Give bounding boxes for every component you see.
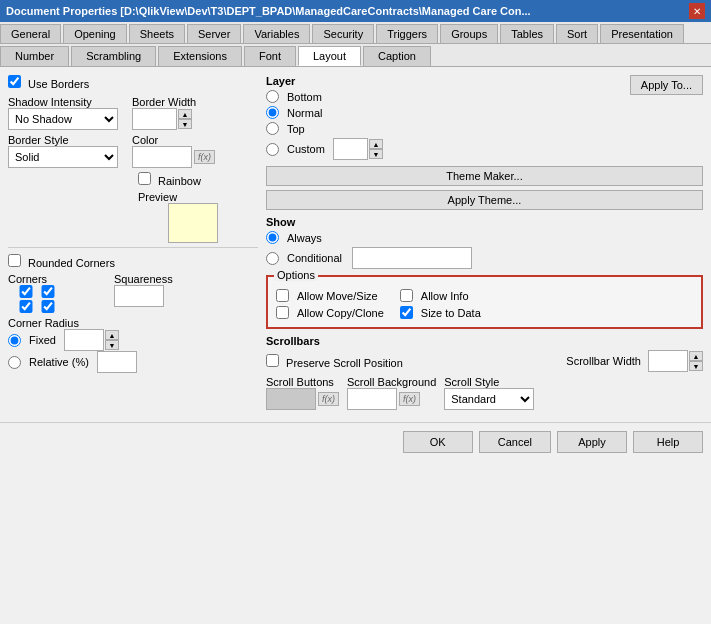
size-to-data-checkbox[interactable] [400, 306, 413, 319]
tab-scrambling[interactable]: Scrambling [71, 46, 156, 66]
corner-tl[interactable] [18, 285, 34, 298]
border-style-label: Border Style [8, 134, 118, 146]
scroll-style-select[interactable]: Standard Classic Modern [444, 388, 534, 410]
tab-triggers[interactable]: Triggers [376, 24, 438, 43]
layer-custom-down[interactable]: ▼ [369, 149, 383, 159]
rainbow-label[interactable]: Rainbow [138, 175, 201, 187]
use-borders-label[interactable]: Use Borders [8, 78, 89, 90]
tab-variables[interactable]: Variables [243, 24, 310, 43]
scroll-buttons-group: Scroll Buttons f(x) [266, 376, 339, 410]
border-style-color-row: Border Style Solid Dashed Dotted Color f… [8, 134, 258, 168]
tab-font[interactable]: Font [244, 46, 296, 66]
border-width-spinner: ▲ ▼ [178, 109, 192, 129]
tab-server[interactable]: Server [187, 24, 241, 43]
allow-move-size-label[interactable]: Allow Move/Size [276, 289, 384, 302]
options-right: Allow Info Size to Data [400, 289, 481, 319]
corner-radius-section: Corner Radius Fixed 5 pt ▲ ▼ Relative (%… [8, 317, 258, 373]
scrollbar-width-down[interactable]: ▼ [689, 361, 703, 371]
tab-layout[interactable]: Layout [298, 46, 361, 66]
fixed-up[interactable]: ▲ [105, 330, 119, 340]
cancel-button[interactable]: Cancel [479, 431, 551, 453]
tab-presentation[interactable]: Presentation [600, 24, 684, 43]
tab-security[interactable]: Security [312, 24, 374, 43]
layer-custom-radio[interactable] [266, 143, 279, 156]
shadow-intensity-select[interactable]: No Shadow Light Medium Heavy [8, 108, 118, 130]
allow-copy-clone-label[interactable]: Allow Copy/Clone [276, 306, 384, 319]
corner-bl[interactable] [18, 300, 34, 313]
squareness-input[interactable]: 2 [114, 285, 164, 307]
layer-normal-radio[interactable] [266, 106, 279, 119]
corner-tr[interactable] [40, 285, 56, 298]
tab-sheets[interactable]: Sheets [129, 24, 185, 43]
allow-info-checkbox[interactable] [400, 289, 413, 302]
tab-tables[interactable]: Tables [500, 24, 554, 43]
tab-groups[interactable]: Groups [440, 24, 498, 43]
left-panel: Use Borders Shadow Intensity No Shadow L… [8, 75, 258, 414]
shadow-border-row: Shadow Intensity No Shadow Light Medium … [8, 96, 258, 130]
apply-to-group: Apply To... [630, 75, 703, 160]
border-width-up[interactable]: ▲ [178, 109, 192, 119]
apply-to-button[interactable]: Apply To... [630, 75, 703, 95]
close-button[interactable]: ✕ [689, 3, 705, 19]
layer-custom-row: Custom 0 ▲ ▼ [266, 138, 383, 160]
scroll-buttons-swatch-row: f(x) [266, 388, 339, 410]
help-button[interactable]: Help [633, 431, 703, 453]
scrollbars-section: Scrollbars Preserve Scroll Position Scro… [266, 335, 703, 410]
tab-sort[interactable]: Sort [556, 24, 598, 43]
layer-custom-value[interactable]: 0 [333, 138, 368, 160]
fixed-value-input[interactable]: 5 pt [64, 329, 104, 351]
show-section: Show Always Conditional [266, 216, 703, 269]
corners-label: Corners [8, 273, 88, 285]
rainbow-checkbox[interactable] [138, 172, 151, 185]
color-swatch[interactable] [132, 146, 192, 168]
corner-br[interactable] [40, 300, 56, 313]
fixed-down[interactable]: ▼ [105, 340, 119, 350]
scrollbars-title: Scrollbars [266, 335, 703, 347]
relative-value-input[interactable]: 100 [97, 351, 137, 373]
relative-radio[interactable] [8, 356, 21, 369]
rounded-corners-label[interactable]: Rounded Corners [8, 257, 115, 269]
layer-top-row: Top [266, 122, 383, 135]
show-always-radio[interactable] [266, 231, 279, 244]
allow-move-size-checkbox[interactable] [276, 289, 289, 302]
tab-number[interactable]: Number [0, 46, 69, 66]
corners-group: Corners [8, 273, 88, 313]
scroll-buttons-swatch[interactable] [266, 388, 316, 410]
fixed-row: Fixed 5 pt ▲ ▼ [8, 329, 258, 351]
layer-top-radio[interactable] [266, 122, 279, 135]
tab-caption[interactable]: Caption [363, 46, 431, 66]
scroll-controls-row: Scroll Buttons f(x) Scroll Background f(… [266, 376, 703, 410]
right-panel: Layer Bottom Normal Top [266, 75, 703, 414]
rounded-corners-checkbox[interactable] [8, 254, 21, 267]
show-conditional-input[interactable] [352, 247, 472, 269]
scroll-background-swatch[interactable] [347, 388, 397, 410]
preserve-scroll-label[interactable]: Preserve Scroll Position [266, 354, 403, 369]
theme-maker-button[interactable]: Theme Maker... [266, 166, 703, 186]
scroll-buttons-fx[interactable]: f(x) [318, 392, 339, 406]
border-style-select[interactable]: Solid Dashed Dotted [8, 146, 118, 168]
scrollbar-width-input[interactable]: 9 pt [648, 350, 688, 372]
apply-theme-button[interactable]: Apply Theme... [266, 190, 703, 210]
allow-info-label[interactable]: Allow Info [400, 289, 481, 302]
preserve-scroll-checkbox[interactable] [266, 354, 279, 367]
color-fx-button[interactable]: f(x) [194, 150, 215, 164]
color-input-row: f(x) [132, 146, 215, 168]
border-width-down[interactable]: ▼ [178, 119, 192, 129]
apply-button[interactable]: Apply [557, 431, 627, 453]
main-content: Use Borders Shadow Intensity No Shadow L… [0, 67, 711, 422]
size-to-data-label[interactable]: Size to Data [400, 306, 481, 319]
title-bar: Document Properties [D:\QlikView\Dev\T3\… [0, 0, 711, 22]
fixed-radio[interactable] [8, 334, 21, 347]
border-width-input[interactable]: 1 pt [132, 108, 177, 130]
layer-custom-up[interactable]: ▲ [369, 139, 383, 149]
allow-copy-clone-checkbox[interactable] [276, 306, 289, 319]
ok-button[interactable]: OK [403, 431, 473, 453]
tab-opening[interactable]: Opening [63, 24, 127, 43]
tab-extensions[interactable]: Extensions [158, 46, 242, 66]
layer-bottom-radio[interactable] [266, 90, 279, 103]
scroll-background-fx[interactable]: f(x) [399, 392, 420, 406]
use-borders-checkbox[interactable] [8, 75, 21, 88]
scrollbar-width-up[interactable]: ▲ [689, 351, 703, 361]
show-conditional-radio[interactable] [266, 252, 279, 265]
tab-general[interactable]: General [0, 24, 61, 43]
